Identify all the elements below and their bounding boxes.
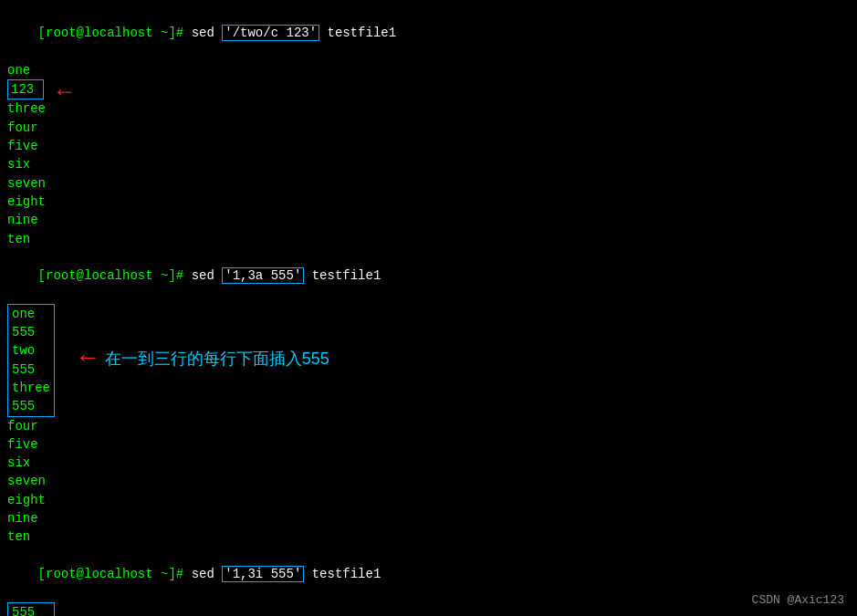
- output-group-1: one 123 three four five six seven eight …: [7, 61, 46, 248]
- output-box-1: 123: [7, 79, 44, 99]
- output-group-3: 555 one 555 two 555 three ← 在一到三行的每行上面插入…: [7, 602, 850, 617]
- output-2-9: seven: [7, 472, 850, 490]
- output-line-1-5: six: [7, 155, 46, 173]
- output-2-0: one: [12, 305, 50, 323]
- output-2-6: four: [7, 417, 850, 435]
- cmd-arg-1: '/two/c 123': [222, 25, 319, 41]
- sed-cmd-1: sed: [192, 26, 214, 40]
- output-2-10: eight: [7, 491, 850, 509]
- output-line-1-1: 123: [11, 80, 40, 99]
- sed-cmd-2: sed: [192, 268, 214, 283]
- prompt-3: [root@localhost ~]#: [38, 567, 192, 581]
- output-line-1-4: five: [7, 137, 46, 155]
- output-2-12: ten: [7, 527, 850, 546]
- cmd-line-3: [root@localhost ~]# sed '1,3i 555' testf…: [7, 547, 850, 602]
- terminal-window: [root@localhost ~]# sed '/two/c 123' tes…: [0, 0, 857, 616]
- prompt-1: [root@localhost ~]#: [38, 26, 192, 40]
- output-3-0: 555: [12, 603, 50, 617]
- output-2-11: nine: [7, 509, 850, 527]
- output-2-3: 555: [12, 360, 50, 379]
- annotation-1: ←: [57, 76, 72, 110]
- output-line-1-9: ten: [7, 230, 46, 248]
- cmd-arg-3: '1,3i 555': [222, 566, 304, 582]
- output-group-2: one 555 two 555 three 555 ← 在一到三行的每行下面插入…: [7, 304, 850, 547]
- cmd-line-2: [root@localhost ~]# sed '1,3a 555' testf…: [7, 248, 850, 304]
- output-line-1-3: four: [7, 119, 46, 137]
- cmd-file-1: testfile1: [319, 26, 396, 40]
- output-2-8: six: [7, 454, 850, 472]
- cmd-file-2: testfile1: [304, 268, 381, 283]
- cmd-arg-2: '1,3a 555': [222, 267, 304, 284]
- output-box-3: 555 one 555 two 555 three: [7, 602, 55, 617]
- output-2-4: three: [12, 379, 50, 397]
- cmd-file-3: testfile1: [304, 567, 381, 581]
- output-line-1-8: nine: [7, 211, 46, 229]
- output-line-1-7: eight: [7, 193, 46, 211]
- output-2-2: two: [12, 341, 50, 360]
- sed-cmd-3: sed: [192, 567, 214, 581]
- output-2-1: 555: [12, 323, 50, 341]
- prompt-2: [root@localhost ~]#: [38, 268, 192, 283]
- annotation-2: ← 在一到三行的每行下面插入555: [80, 340, 329, 378]
- arrow-icon-1: ←: [57, 76, 72, 110]
- output-line-1-0: one: [7, 61, 46, 79]
- output-2-7: five: [7, 435, 850, 454]
- output-2-5: 555: [12, 397, 50, 415]
- output-line-1-2: three: [7, 99, 46, 118]
- output-box-2: one 555 two 555 three 555: [7, 304, 55, 417]
- arrow-icon-2: ←: [80, 340, 96, 378]
- annotation-text-2: 在一到三行的每行下面插入555: [105, 347, 329, 371]
- watermark: CSDN @Axic123: [752, 593, 844, 607]
- output-line-1-6: seven: [7, 174, 46, 193]
- cmd-line-1: [root@localhost ~]# sed '/two/c 123' tes…: [7, 5, 850, 61]
